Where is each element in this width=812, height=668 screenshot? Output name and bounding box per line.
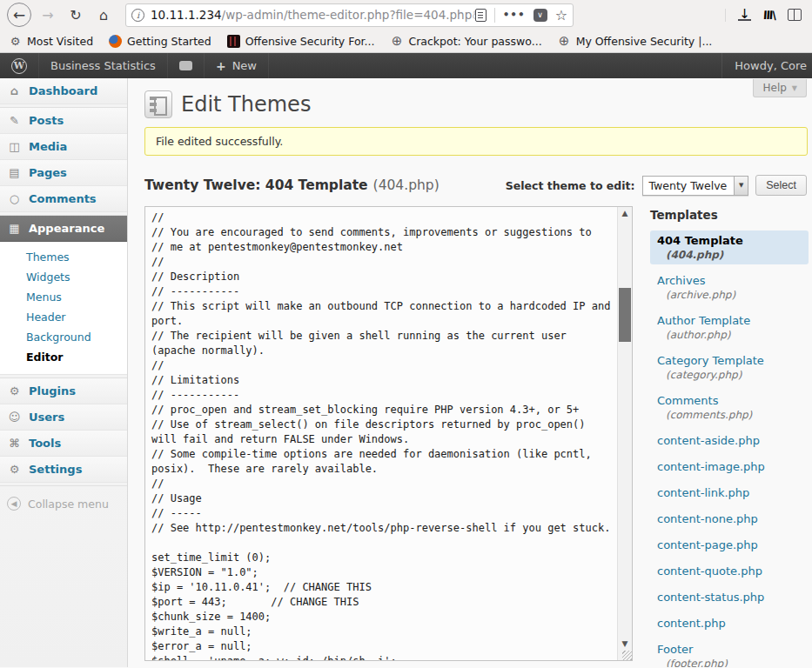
code-editor-content[interactable]: // // You are encouraged to send comment… (145, 207, 617, 660)
appearance-submenu-item[interactable]: Themes (0, 247, 127, 267)
page-title: Edit Themes (181, 92, 311, 117)
template-list-item[interactable]: content-link.php (650, 483, 809, 503)
template-link[interactable]: Footer (657, 643, 802, 656)
back-icon[interactable]: ← (7, 3, 31, 27)
bookmark-getting-started[interactable]: Getting Started (109, 35, 211, 48)
wp-admin-bar: W Business Statistics +New Howdy, Core (0, 53, 812, 78)
sidebar-item-comments[interactable]: ○Comments (0, 186, 127, 212)
sidebar-item-dashboard[interactable]: ⌂Dashboard (0, 78, 127, 104)
code-editor[interactable]: // // You are encouraged to send comment… (144, 206, 633, 661)
account-menu[interactable]: Howdy, Core (721, 53, 812, 78)
template-link[interactable]: content-link.php (657, 486, 802, 499)
sidebar-item-label: Posts (29, 114, 64, 127)
url-text[interactable]: 10.11.1.234/wp-admin/theme-editor.php?fi… (151, 8, 475, 22)
template-list-item[interactable]: Comments (comments.php) (650, 391, 809, 424)
template-list-item[interactable]: Footer (footer.php) (650, 639, 809, 667)
forward-icon[interactable]: → (37, 3, 59, 26)
template-list-item[interactable]: 404 Template (404.php) (650, 230, 809, 264)
sidebar-item-tools[interactable]: ⌘Tools (0, 431, 127, 457)
refresh-icon[interactable]: ↻ (64, 3, 87, 26)
template-list-item[interactable]: content-status.php (650, 587, 809, 607)
template-link[interactable]: content-none.php (657, 512, 802, 525)
bookmark-star-icon[interactable]: ☆ (555, 7, 567, 23)
template-link[interactable]: content-page.php (657, 538, 802, 551)
page-actions-icon[interactable]: ••• (503, 9, 526, 21)
speech-bubble-icon: ○ (7, 192, 22, 205)
help-label: Help (762, 82, 786, 94)
comment-bubble-icon (179, 61, 192, 70)
downloads-icon[interactable]: ↓ (738, 9, 751, 21)
editor-scrollbar[interactable]: ▲ ▼ (617, 207, 632, 660)
sidebar-item-appearance[interactable]: ▦Appearance (0, 216, 127, 242)
sidebar-item-plugins[interactable]: ⚙Plugins (0, 378, 127, 404)
template-link[interactable]: content-status.php (657, 591, 802, 604)
bookmark-offensive-security-forums[interactable]: Offensive Security For... (227, 35, 375, 48)
select-theme-button[interactable]: Select (755, 175, 807, 196)
pushpin-icon: ✎ (7, 114, 22, 127)
template-list-item[interactable]: content-page.php (650, 535, 809, 555)
submenu-item-label: Background (26, 331, 91, 344)
template-link[interactable]: content-aside.php (657, 434, 802, 447)
template-filename: (archive.php) (657, 287, 802, 301)
appearance-submenu-item[interactable]: Menus (0, 287, 127, 307)
appearance-submenu-item[interactable]: Header (0, 307, 127, 327)
template-list-item[interactable]: content-none.php (650, 509, 809, 529)
home-icon[interactable]: ⌂ (92, 3, 115, 26)
template-link[interactable]: Author Template (657, 314, 802, 327)
comments-menu[interactable] (168, 53, 205, 78)
sidebar-item-label: Pages (29, 166, 67, 179)
submenu-item-label: Themes (26, 250, 70, 264)
resize-grip[interactable] (622, 651, 632, 660)
url-bar[interactable]: i 10.11.1.234/wp-admin/theme-editor.php?… (125, 3, 574, 27)
scroll-up-icon[interactable]: ▲ (618, 207, 632, 219)
template-list-item[interactable]: content-image.php (650, 457, 809, 477)
site-name-menu[interactable]: Business Statistics (39, 53, 168, 78)
template-link[interactable]: 404 Template (657, 234, 802, 247)
template-link[interactable]: Comments (657, 394, 802, 407)
collapse-label: Collapse menu (28, 498, 109, 511)
appearance-submenu-item[interactable]: Widgets (0, 267, 127, 287)
site-info-icon[interactable]: i (131, 9, 144, 22)
pocket-icon[interactable]: ∨ (534, 9, 547, 22)
sidebar-item-label: Appearance (29, 222, 104, 235)
submenu-item-label: Widgets (26, 271, 70, 284)
library-icon[interactable]: lll\ (762, 9, 775, 22)
site-name: Business Statistics (50, 59, 156, 72)
template-link[interactable]: content-image.php (657, 460, 802, 473)
appearance-submenu: Themes Widgets Menus Header Background E… (0, 242, 127, 375)
template-list-item[interactable]: content.php (650, 613, 809, 633)
template-link[interactable]: Archives (657, 274, 802, 287)
sidebar-item-pages[interactable]: ▤Pages (0, 160, 127, 186)
template-list-item[interactable]: Archives (archive.php) (650, 271, 809, 304)
sidebar-item-users[interactable]: ☺Users (0, 404, 127, 431)
theme-select-dropdown[interactable]: Twenty Twelve ▼ (642, 176, 749, 196)
template-list-item[interactable]: content-aside.php (650, 431, 809, 451)
bookmark-most-visited[interactable]: ⚙Most Visited (9, 35, 93, 48)
scroll-down-icon[interactable]: ▼ (618, 638, 632, 650)
wp-logo-menu[interactable]: W (0, 53, 39, 78)
appearance-submenu-item[interactable]: Editor (0, 347, 127, 367)
collapse-menu-button[interactable]: ◀Collapse menu (0, 486, 127, 521)
bookmark-crackpot[interactable]: ⊕Crackpot: Your passwo... (390, 35, 541, 48)
divider (494, 8, 495, 23)
sidebar-item-settings[interactable]: ⚙Settings (0, 457, 127, 483)
bookmark-label: Getting Started (127, 35, 211, 48)
template-list-item[interactable]: content-quote.php (650, 561, 809, 581)
appearance-submenu-item[interactable]: Background (0, 327, 127, 347)
template-link[interactable]: content-quote.php (657, 564, 802, 578)
template-list-item[interactable]: Category Template (category.php) (650, 351, 809, 384)
reader-mode-icon[interactable] (475, 9, 487, 22)
howdy-text: Howdy, Core (735, 59, 807, 72)
globe-icon: ⊕ (390, 35, 403, 48)
sidebar-toggle-icon[interactable] (788, 9, 802, 21)
template-filename: (404.php) (657, 247, 802, 261)
scrollbar-thumb[interactable] (619, 288, 631, 342)
template-link[interactable]: Category Template (657, 354, 802, 367)
sidebar-item-posts[interactable]: ✎Posts (0, 108, 127, 134)
new-content-menu[interactable]: +New (205, 53, 269, 78)
bookmark-my-offensive-security[interactable]: ⊕My Offensive Security |... (558, 35, 713, 48)
template-link[interactable]: content.php (657, 617, 802, 630)
sidebar-item-media[interactable]: ◫Media (0, 134, 127, 160)
template-list-item[interactable]: Author Template (author.php) (650, 311, 809, 344)
help-button[interactable]: Help▼ (753, 79, 807, 97)
